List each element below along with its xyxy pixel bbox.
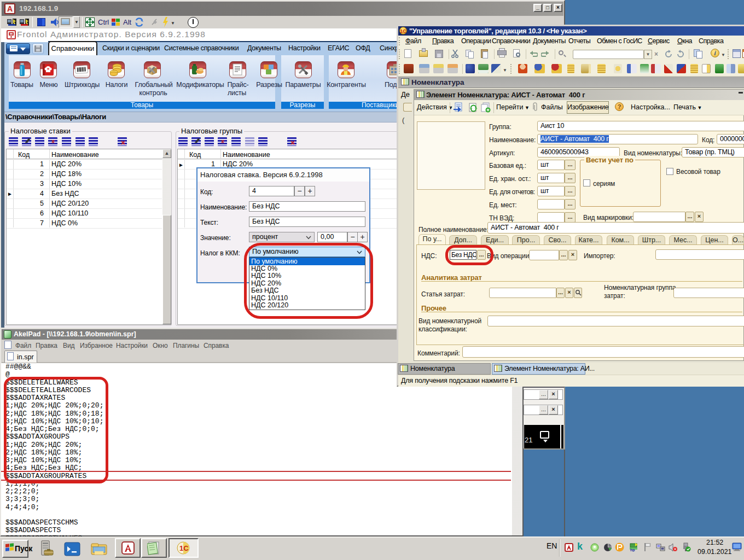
- svg-text:1С: 1С: [179, 544, 189, 552]
- svg-text:hp: hp: [630, 548, 635, 552]
